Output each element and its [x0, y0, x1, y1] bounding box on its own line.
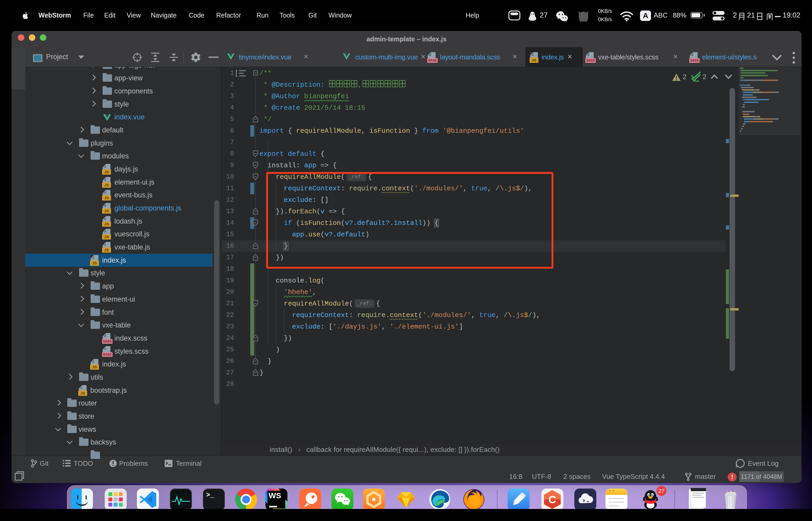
svg-text:C: C — [549, 494, 556, 505]
